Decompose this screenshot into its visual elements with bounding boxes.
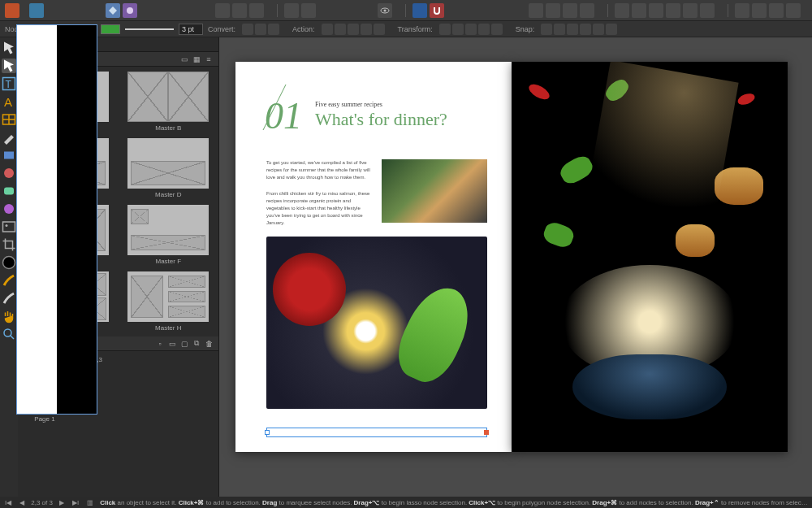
page-right[interactable]: [512, 62, 788, 452]
thumb-size-small-icon[interactable]: ▫: [155, 339, 165, 349]
master-b[interactable]: Master B: [123, 72, 214, 132]
pin-icon[interactable]: [301, 3, 316, 18]
stroke-swatch[interactable]: [101, 24, 120, 34]
spread-view-icon[interactable]: ▭: [167, 339, 177, 349]
pages-2-3[interactable]: Pages 2,3: [73, 356, 102, 363]
action-reverse-icon[interactable]: [374, 24, 385, 35]
page-indicator: 2,3 of 3: [31, 499, 53, 506]
frame-text-tool[interactable]: T: [2, 76, 16, 91]
action-break-icon[interactable]: [322, 24, 333, 35]
move-to-front-icon[interactable]: [580, 3, 594, 18]
page-menu-icon[interactable]: ▥: [85, 499, 95, 506]
align-left-icon[interactable]: [615, 3, 629, 18]
snap-label: Snap:: [516, 25, 535, 33]
action-close-icon[interactable]: [335, 24, 346, 35]
convert-sharp-icon[interactable]: [242, 24, 253, 35]
duplicate-page-icon[interactable]: ⧉: [192, 339, 201, 349]
view-grid-icon[interactable]: [232, 3, 247, 18]
boolean-intersect-icon[interactable]: [769, 3, 784, 18]
snap-curve-icon[interactable]: [593, 24, 604, 35]
color-picker-tool[interactable]: [2, 255, 16, 270]
action-smooth-icon[interactable]: [348, 24, 359, 35]
pen-tool[interactable]: [2, 130, 16, 145]
persona-designer-icon[interactable]: [106, 3, 120, 18]
thumb-size-icon[interactable]: ▭: [179, 54, 189, 64]
snap-node-icon[interactable]: [541, 24, 552, 35]
persona-photo-icon[interactable]: [123, 3, 137, 18]
magnet-snap-icon[interactable]: [430, 3, 444, 18]
svg-rect-14: [3, 222, 15, 232]
body-paragraph-1: To get you started, we've compiled a lis…: [266, 159, 372, 181]
master-d[interactable]: Master D: [123, 138, 214, 198]
node-tool[interactable]: [2, 59, 16, 73]
stroke-width-input[interactable]: [179, 24, 203, 35]
view-pages-icon[interactable]: [215, 3, 230, 18]
master-f[interactable]: Master F: [123, 205, 214, 265]
action-join-icon[interactable]: [361, 24, 372, 35]
transform-rotate-icon[interactable]: [478, 24, 490, 35]
boolean-subtract-icon[interactable]: [752, 3, 767, 18]
eraser-tool[interactable]: [2, 291, 16, 306]
align-right-icon[interactable]: [649, 3, 663, 18]
rounded-rect-tool[interactable]: [2, 184, 16, 198]
align-middle-icon[interactable]: [683, 3, 698, 18]
snap-align-icon[interactable]: [580, 24, 591, 35]
app-icon[interactable]: [5, 3, 19, 18]
transform-shear-icon[interactable]: [491, 24, 503, 35]
move-forward-icon[interactable]: [563, 3, 577, 18]
svg-point-15: [6, 224, 8, 227]
selected-text-frame[interactable]: [266, 428, 487, 437]
transform-scale-icon[interactable]: [465, 24, 477, 35]
last-page-icon[interactable]: ▶I: [71, 499, 80, 506]
stroke-preview[interactable]: [125, 28, 174, 30]
table-tool[interactable]: [2, 112, 16, 127]
svg-line-20: [263, 85, 286, 130]
pages-panel: Pages Assets ▾ Master Pages ▭ ▦ ≡ Master…: [18, 37, 219, 497]
page-left[interactable]: 01 Five easy summer recipes What's for d…: [235, 62, 512, 452]
move-to-back-icon[interactable]: [529, 3, 543, 18]
vector-crop-tool[interactable]: [2, 237, 16, 252]
svg-text:A: A: [4, 95, 12, 109]
snap-all-icon[interactable]: [606, 24, 617, 35]
add-page-icon[interactable]: ▢: [179, 339, 189, 349]
snapping-list-icon[interactable]: [412, 3, 427, 18]
zoom-tool[interactable]: [2, 327, 16, 341]
convert-smart-icon[interactable]: [268, 24, 279, 35]
view-baseline-icon[interactable]: [249, 3, 264, 18]
first-page-icon[interactable]: I◀: [3, 499, 13, 506]
preview-mode-icon[interactable]: [378, 3, 392, 18]
brush-tool[interactable]: [2, 273, 16, 288]
svg-marker-0: [109, 7, 117, 15]
move-backward-icon[interactable]: [546, 3, 560, 18]
persona-publisher-icon[interactable]: [29, 3, 44, 18]
convert-smooth-icon[interactable]: [255, 24, 266, 35]
selection-handle-left[interactable]: [265, 430, 270, 435]
align-top-icon[interactable]: [666, 3, 680, 18]
artistic-text-tool[interactable]: A: [2, 94, 16, 109]
guides-toggle-icon[interactable]: [284, 3, 299, 18]
ellipse-tool[interactable]: [2, 166, 16, 180]
delete-page-icon[interactable]: 🗑: [204, 339, 214, 349]
align-bottom-icon[interactable]: [700, 3, 715, 18]
document-canvas[interactable]: 01 Five easy summer recipes What's for d…: [219, 37, 812, 497]
prev-page-icon[interactable]: ◀: [18, 499, 26, 506]
move-tool[interactable]: [2, 41, 16, 55]
panel-menu-icon[interactable]: ≡: [204, 54, 214, 64]
transform-mode-icon[interactable]: [439, 24, 451, 35]
boolean-divide-icon[interactable]: [786, 3, 801, 18]
fill-tool[interactable]: [2, 202, 16, 216]
snap-geometry-icon[interactable]: [554, 24, 565, 35]
hand-tool[interactable]: [2, 309, 16, 323]
boolean-add-icon[interactable]: [735, 3, 749, 18]
align-center-h-icon[interactable]: [632, 3, 646, 18]
transform-origin-icon[interactable]: [452, 24, 464, 35]
add-master-icon[interactable]: ▦: [192, 54, 201, 64]
selection-handle-right[interactable]: [484, 430, 489, 435]
place-image-tool[interactable]: [2, 219, 16, 234]
master-h[interactable]: Master H: [123, 271, 214, 332]
hero-image-bowl[interactable]: [266, 237, 487, 409]
rectangle-tool[interactable]: [2, 148, 16, 163]
next-page-icon[interactable]: ▶: [58, 499, 66, 506]
inline-image-salmon[interactable]: [382, 159, 487, 223]
snap-handle-icon[interactable]: [567, 24, 578, 35]
